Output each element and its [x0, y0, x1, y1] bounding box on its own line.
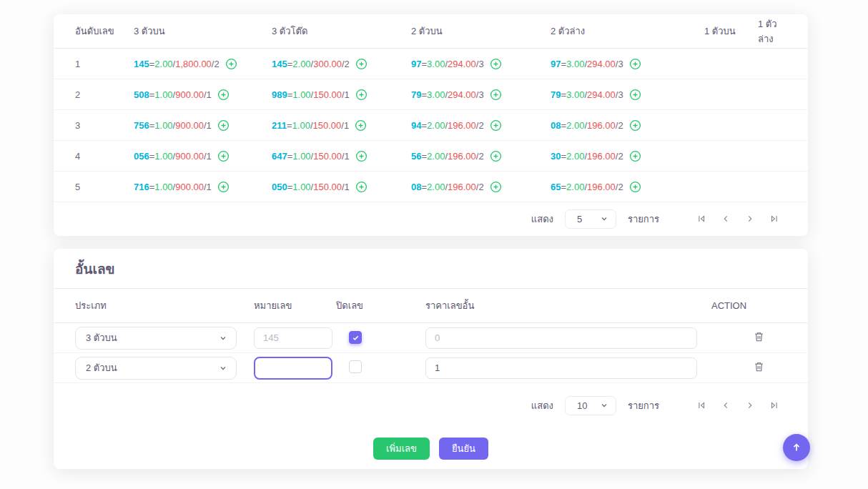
equals-sep: =	[561, 120, 566, 131]
add-bet-button[interactable]	[490, 119, 502, 132]
first-page-button[interactable]	[689, 213, 714, 224]
col-header-2bottom: 2 ตัวล่าง	[551, 24, 704, 39]
col-header-type: ประเภท	[75, 298, 254, 313]
chevron-right-icon	[744, 213, 756, 224]
last-page-button[interactable]	[762, 213, 786, 224]
number-input[interactable]	[254, 357, 332, 380]
equals-sep: =	[421, 151, 427, 162]
show-label: แสดง	[531, 398, 553, 413]
scroll-to-top-button[interactable]	[783, 434, 810, 461]
add-bet-button[interactable]	[490, 89, 502, 101]
type-select[interactable]: 3 ตัวบน	[75, 327, 237, 350]
prev-page-button[interactable]	[714, 213, 738, 224]
add-bet-button[interactable]	[490, 150, 502, 162]
pagination-nav	[689, 213, 786, 224]
price-input[interactable]	[425, 357, 697, 379]
bet-count: /1	[204, 89, 212, 100]
last-page-icon	[769, 213, 780, 224]
close-number-checkbox[interactable]	[349, 331, 362, 344]
equals-sep: =	[287, 182, 293, 192]
add-bet-button[interactable]	[629, 119, 641, 132]
bet-rate: 2.00	[566, 151, 584, 162]
table-footer: แสดง 5 รายการ	[54, 202, 808, 235]
add-number-button[interactable]: เพิ่มเลข	[373, 438, 430, 460]
add-bet-button[interactable]	[355, 150, 368, 162]
results-card: อันดับเลข 3 ตัวบน 3 ตัวโต๊ด 2 ตัวบน 2 ตั…	[54, 14, 808, 236]
number-input[interactable]	[254, 327, 332, 349]
table-header-row: อันดับเลข 3 ตัวบน 3 ตัวโต๊ด 2 ตัวบน 2 ตั…	[54, 14, 808, 49]
bet-count: /1	[204, 182, 212, 192]
add-bet-button[interactable]	[355, 119, 367, 132]
bet-cell-3tod: 145=2.00/300.00/2	[272, 58, 411, 70]
add-bet-button[interactable]	[217, 119, 230, 132]
close-number-checkbox[interactable]	[349, 360, 362, 373]
price-input[interactable]	[425, 327, 697, 349]
next-page-button[interactable]	[738, 213, 762, 224]
plus-circle-icon	[629, 89, 641, 101]
table-row: 3 756=1.00/900.00/1 211=1.00/150.00/1 94…	[54, 110, 808, 141]
bet-cell-3tod: 211=1.00/150.00/1	[272, 119, 411, 132]
add-bet-button[interactable]	[217, 89, 230, 101]
bet-total: 196.00	[587, 182, 616, 192]
add-bet-button[interactable]	[490, 58, 502, 70]
type-select-value: 3 ตัวบน	[86, 330, 117, 345]
plus-circle-icon	[355, 181, 368, 193]
plus-circle-icon	[355, 150, 368, 162]
bet-count: /2	[476, 151, 484, 162]
confirm-button[interactable]: ยืนยัน	[439, 438, 488, 460]
chevron-down-icon	[600, 401, 608, 410]
add-bet-button[interactable]	[217, 181, 230, 193]
prev-page-button[interactable]	[714, 400, 738, 411]
add-bet-button[interactable]	[355, 89, 368, 101]
bet-count: /1	[342, 151, 350, 162]
bet-count: /2	[616, 182, 623, 192]
bet-rate: 3.00	[427, 59, 445, 69]
bet-total: 150.00	[313, 151, 342, 162]
bet-rate: 1.00	[154, 182, 172, 192]
bet-total: 900.00	[175, 182, 204, 192]
bet-cell-2bottom: 97=3.00/294.00/3	[551, 58, 704, 70]
first-page-button[interactable]	[689, 400, 714, 411]
col-header-3tod: 3 ตัวโต๊ด	[272, 24, 411, 39]
form-footer: แสดง 10 รายการ	[54, 389, 808, 422]
add-bet-button[interactable]	[355, 181, 368, 193]
add-bet-button[interactable]	[225, 58, 237, 70]
add-bet-button[interactable]	[629, 89, 641, 101]
bet-cell-3top: 756=1.00/900.00/1	[134, 119, 272, 132]
chevron-down-icon	[600, 214, 608, 223]
type-select[interactable]: 2 ตัวบน	[75, 357, 237, 380]
page-size-select[interactable]: 10	[565, 396, 616, 415]
col-header-2top: 2 ตัวบน	[411, 24, 551, 39]
bet-count: /2	[616, 120, 623, 131]
equals-sep: =	[561, 182, 566, 192]
col-header-action: ACTION	[711, 300, 786, 311]
bet-total: 294.00	[448, 59, 476, 69]
page-size-select[interactable]: 5	[565, 209, 616, 229]
chevron-left-icon	[720, 213, 731, 224]
bet-rate: 2.00	[154, 59, 172, 69]
add-bet-button[interactable]	[629, 58, 641, 70]
bet-rate: 3.00	[566, 89, 584, 100]
add-bet-button[interactable]	[490, 181, 502, 193]
add-bet-button[interactable]	[629, 181, 641, 193]
bet-number: 756	[134, 120, 149, 131]
delete-row-button[interactable]	[753, 360, 765, 373]
bet-rate: 3.00	[427, 89, 445, 100]
bet-cell-2top: 08=2.00/196.00/2	[411, 181, 551, 193]
last-page-button[interactable]	[762, 400, 786, 411]
bet-rate: 2.00	[427, 120, 445, 131]
bet-number: 211	[272, 120, 287, 131]
next-page-button[interactable]	[738, 400, 762, 411]
add-bet-button[interactable]	[217, 150, 230, 162]
delete-row-button[interactable]	[753, 330, 765, 343]
bet-cell-2bottom: 30=2.00/196.00/2	[551, 150, 704, 162]
bet-number: 050	[272, 182, 287, 192]
equals-sep: =	[421, 182, 427, 192]
first-page-icon	[696, 400, 707, 411]
add-bet-button[interactable]	[355, 58, 368, 70]
plus-circle-icon	[217, 150, 230, 162]
bet-total: 900.00	[175, 89, 204, 100]
col-header-1bottom: 1 ตัวล่าง	[758, 16, 786, 46]
bet-cell-3top: 508=1.00/900.00/1	[134, 89, 272, 101]
add-bet-button[interactable]	[629, 150, 641, 162]
